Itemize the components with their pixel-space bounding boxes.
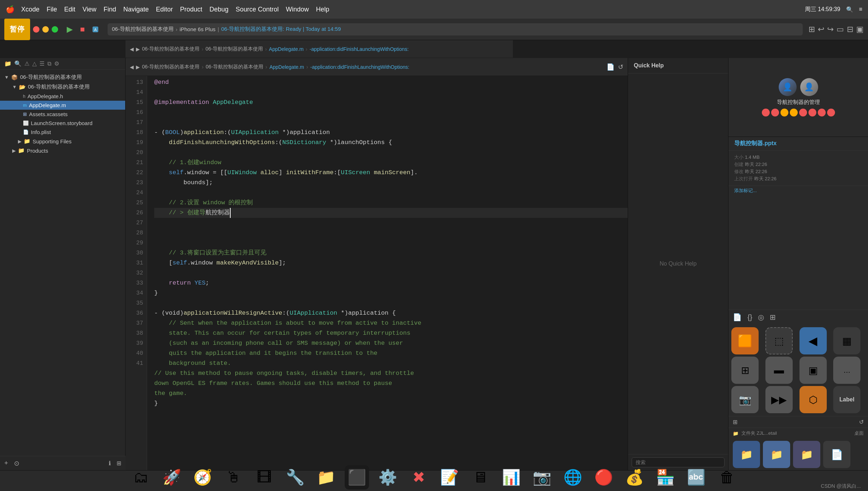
icon-cell-back[interactable]: ◀ xyxy=(799,327,827,354)
icon-cell-2[interactable]: ⬚ xyxy=(765,327,793,354)
device-label[interactable]: iPhone 6s Plus xyxy=(180,26,216,32)
dock-xmind[interactable]: ✖ xyxy=(406,465,431,490)
icon-cell-1[interactable]: 🟧 xyxy=(731,327,759,354)
menu-edit[interactable]: Edit xyxy=(64,6,75,13)
settings-small-icon[interactable]: ⊞ xyxy=(117,460,121,467)
code-area[interactable]: 13 14 15 16 17 18 19 20 21 22 23 24 25 2… xyxy=(126,76,628,470)
filter-icon[interactable]: ⊙ xyxy=(14,459,19,467)
bottom-bar-refresh-icon[interactable]: ↺ xyxy=(859,419,864,425)
dock-terminal[interactable]: ⬛ xyxy=(345,465,369,490)
sidebar-icon7[interactable]: ⚙ xyxy=(54,60,59,67)
sidebar-item-project[interactable]: ▼ 📂 06-导航控制器的基本使用 xyxy=(0,82,125,92)
desktop-file-3[interactable]: 📁 xyxy=(793,441,820,468)
stop-button[interactable]: ■ xyxy=(77,24,88,35)
sidebar-icon4[interactable]: △ xyxy=(32,60,37,67)
sidebar-item-appdelegatem[interactable]: m AppDelegate.m xyxy=(0,101,125,110)
inspector-icon[interactable]: ▣ xyxy=(856,25,864,34)
dock-money[interactable]: 💰 xyxy=(622,465,647,490)
desktop-file-2[interactable]: 📁 xyxy=(763,441,790,468)
editor-nav-back[interactable]: ◀ xyxy=(130,64,134,70)
sidebar-icon1[interactable]: 📁 xyxy=(4,60,11,67)
minimize-button[interactable] xyxy=(42,26,49,33)
sidebar-item-appdelegateh[interactable]: h AppDelegate.h xyxy=(0,92,125,101)
new-file-icon[interactable]: 📄 xyxy=(607,63,614,71)
editor-bc-3[interactable]: AppDelegate.m xyxy=(269,64,304,70)
dock-notes[interactable]: 📝 xyxy=(437,465,462,490)
forward-icon[interactable]: ↩ xyxy=(818,25,824,34)
sidebar-icon6[interactable]: ⧉ xyxy=(47,61,51,67)
sidebar-item-infoplist[interactable]: 📄 Info.plist xyxy=(0,128,125,137)
icon-cell-6[interactable]: ▬ xyxy=(765,357,793,384)
split-icon[interactable]: ⊟ xyxy=(847,25,853,34)
dock-xtools[interactable]: 🔴 xyxy=(591,465,616,490)
icon-cell-8[interactable]: … xyxy=(833,357,860,384)
bc-part2[interactable]: 06-导航控制器的基本使用 xyxy=(206,46,263,52)
bottom-icon-circle[interactable]: ◎ xyxy=(758,313,764,321)
dock-console[interactable]: 🖥 xyxy=(468,465,492,490)
menu-bars-icon[interactable]: ≡ xyxy=(859,6,862,13)
icon-cell-camera[interactable]: 📷 xyxy=(731,386,759,413)
dock-folder[interactable]: 📁 xyxy=(314,465,338,490)
bottom-icon-curly[interactable]: {} xyxy=(747,313,752,321)
run-button[interactable]: ▶ xyxy=(64,24,75,35)
dock-helper[interactable]: 🔤 xyxy=(684,465,708,490)
bc-nav2[interactable]: ▶ xyxy=(136,46,140,52)
editor-bc-1[interactable]: 06-导航控制器的基本使用 xyxy=(142,64,199,70)
icon-cell-4[interactable]: ▦ xyxy=(833,327,860,354)
icon-cell-label[interactable]: Label xyxy=(833,386,860,413)
maximize-button[interactable] xyxy=(52,26,58,33)
dock-appstore[interactable]: 🏪 xyxy=(653,465,678,490)
bottom-icon-grid[interactable]: ⊞ xyxy=(770,313,776,321)
close-button[interactable] xyxy=(33,26,39,33)
backward-icon[interactable]: ↪ xyxy=(827,25,834,34)
dock-photos[interactable]: 🎞 xyxy=(252,465,277,490)
editor-nav-forward[interactable]: ▶ xyxy=(136,64,140,70)
dock-trash[interactable]: 🗑 xyxy=(715,465,739,490)
editor-bc-2[interactable]: 06-导航控制器的基本使用 xyxy=(206,64,263,70)
sidebar-item-assets[interactable]: ⊞ Assets.xcassets xyxy=(0,110,125,119)
menu-help[interactable]: Help xyxy=(316,6,329,13)
dock-cursor[interactable]: 🖱 xyxy=(221,465,246,490)
sidebar-icon5[interactable]: ☰ xyxy=(39,60,44,67)
layout-icon[interactable]: ▭ xyxy=(836,25,844,34)
menu-view[interactable]: View xyxy=(82,6,96,13)
menu-debug[interactable]: Debug xyxy=(209,6,228,13)
icon-cell-play[interactable]: ▶▶ xyxy=(765,386,793,413)
bc-nav1[interactable]: ◀ xyxy=(130,46,134,52)
dock-tools[interactable]: 🔧 xyxy=(283,465,307,490)
grid-icon[interactable]: ⊞ xyxy=(808,25,815,34)
add-icon[interactable]: + xyxy=(4,459,8,467)
menu-find[interactable]: Find xyxy=(104,6,116,13)
dock-settings[interactable]: ⚙️ xyxy=(376,465,400,490)
code-content[interactable]: @end @implementation AppDelegate - (BOOL… xyxy=(147,76,628,470)
sidebar-item-supporting-files[interactable]: ▶ 📁 Supporting Files xyxy=(0,137,125,146)
info-icon[interactable]: ℹ xyxy=(109,460,111,467)
icon-cell-5[interactable]: ⊞ xyxy=(731,357,759,384)
bc-part1[interactable]: 06-导航控制器的基本使用 xyxy=(142,46,199,52)
menu-navigate[interactable]: Navigate xyxy=(123,6,149,13)
dock-capture[interactable]: 📷 xyxy=(530,465,554,490)
refresh-icon[interactable]: ↺ xyxy=(618,63,623,71)
search-icon[interactable]: 🔍 xyxy=(846,6,853,13)
icon-cell-cube[interactable]: ⬡ xyxy=(799,386,827,413)
bc-part3[interactable]: AppDelegate.m xyxy=(269,46,304,52)
sidebar-icon2[interactable]: 🔍 xyxy=(14,60,22,67)
apple-menu[interactable]: 🍎 xyxy=(6,5,15,14)
add-note-button[interactable]: 添加标记... xyxy=(728,186,868,195)
sidebar-item-products[interactable]: ▶ 📁 Products xyxy=(0,146,125,155)
dock-finder[interactable]: 🗂 xyxy=(129,465,153,490)
dock-safari[interactable]: 🧭 xyxy=(190,465,215,490)
menu-window[interactable]: Window xyxy=(286,6,309,13)
dock-browser[interactable]: 🌐 xyxy=(561,465,585,490)
menu-product[interactable]: Product xyxy=(180,6,202,13)
menu-source-control[interactable]: Source Control xyxy=(236,6,279,13)
bc-part4[interactable]: -application:didFinishLaunchingWithOptio… xyxy=(310,46,409,52)
editor-bc-4[interactable]: -application:didFinishLaunchingWithOptio… xyxy=(310,64,409,70)
desktop-file-1[interactable]: 📁 xyxy=(733,441,760,468)
bottom-bar-grid-icon[interactable]: ⊞ xyxy=(733,419,737,425)
menu-file[interactable]: File xyxy=(47,6,57,13)
desktop-file-4[interactable]: 📄 xyxy=(823,441,850,468)
dock-launchpad[interactable]: 🚀 xyxy=(160,465,184,490)
menu-xcode[interactable]: Xcode xyxy=(21,6,39,13)
sidebar-icon3[interactable]: ⚠ xyxy=(24,60,29,67)
